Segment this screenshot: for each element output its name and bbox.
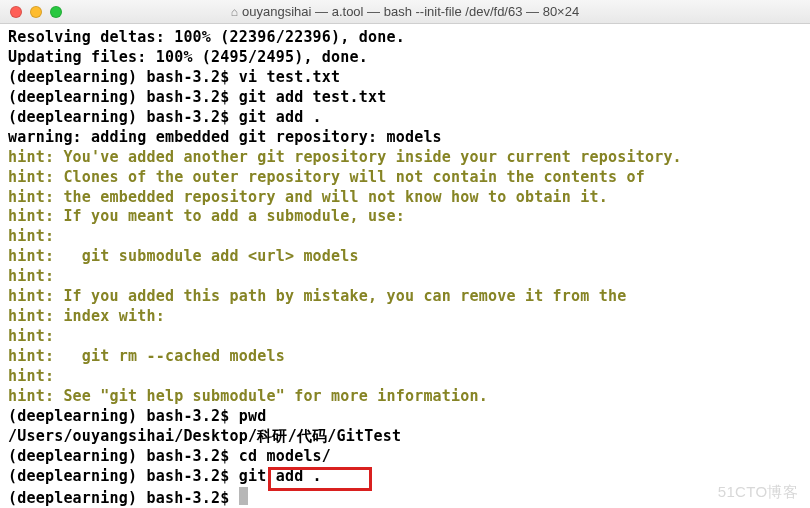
watermark-text: 51CTO博客 bbox=[718, 483, 798, 502]
terminal-line: (deeplearning) bash-3.2$ git add test.tx… bbox=[8, 88, 802, 108]
terminal-line: Updating files: 100% (2495/2495), done. bbox=[8, 48, 802, 68]
terminal-line: (deeplearning) bash-3.2$ git add . bbox=[8, 467, 802, 487]
terminal-line: (deeplearning) bash-3.2$ cd models/ bbox=[8, 447, 802, 467]
terminal-line: hint: If you meant to add a submodule, u… bbox=[8, 207, 802, 227]
terminal-line: hint: git rm --cached models bbox=[8, 347, 802, 367]
terminal-line: hint: the embedded repository and will n… bbox=[8, 188, 802, 208]
terminal-line: (deeplearning) bash-3.2$ vi test.txt bbox=[8, 68, 802, 88]
home-icon: ⌂ bbox=[231, 5, 238, 19]
terminal-line: warning: adding embedded git repository:… bbox=[8, 128, 802, 148]
terminal-viewport[interactable]: Resolving deltas: 100% (22396/22396), do… bbox=[0, 24, 810, 508]
terminal-line: (deeplearning) bash-3.2$ bbox=[8, 487, 802, 508]
terminal-line: Resolving deltas: 100% (22396/22396), do… bbox=[8, 28, 802, 48]
terminal-line: hint: index with: bbox=[8, 307, 802, 327]
terminal-line: hint: bbox=[8, 327, 802, 347]
window-title-text: ouyangsihai — a.tool — bash --init-file … bbox=[242, 4, 579, 19]
terminal-line: hint: bbox=[8, 367, 802, 387]
terminal-cursor bbox=[239, 487, 248, 505]
terminal-line: hint: If you added this path by mistake,… bbox=[8, 287, 802, 307]
terminal-line: hint: bbox=[8, 267, 802, 287]
window-title: ⌂ouyangsihai — a.tool — bash --init-file… bbox=[0, 4, 810, 19]
terminal-line: /Users/ouyangsihai/Desktop/科研/代码/GitTest bbox=[8, 427, 802, 447]
terminal-line: (deeplearning) bash-3.2$ pwd bbox=[8, 407, 802, 427]
terminal-line: hint: Clones of the outer repository wil… bbox=[8, 168, 802, 188]
terminal-line: hint: bbox=[8, 227, 802, 247]
terminal-line: hint: You've added another git repositor… bbox=[8, 148, 802, 168]
terminal-line: hint: git submodule add <url> models bbox=[8, 247, 802, 267]
terminal-line: hint: See "git help submodule" for more … bbox=[8, 387, 802, 407]
window-titlebar: ⌂ouyangsihai — a.tool — bash --init-file… bbox=[0, 0, 810, 24]
terminal-line: (deeplearning) bash-3.2$ git add . bbox=[8, 108, 802, 128]
